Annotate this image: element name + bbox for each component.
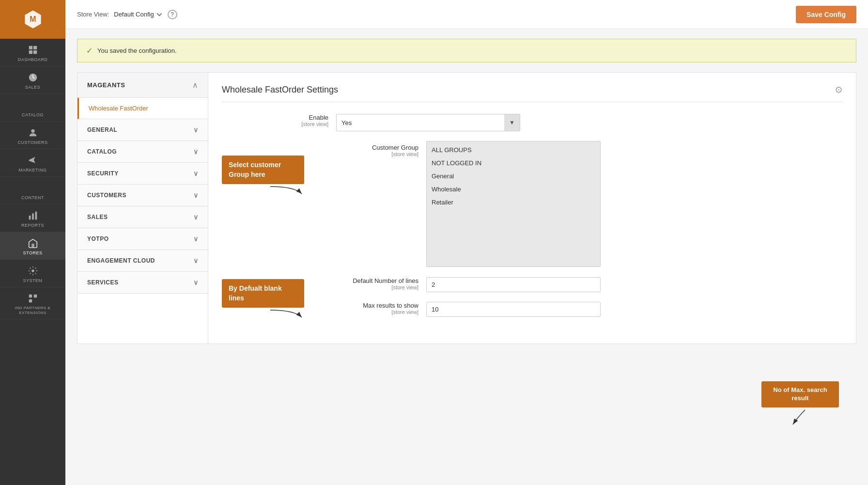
chevron-down-icon-3: ∨	[193, 170, 199, 177]
svg-point-13	[31, 269, 34, 272]
accordion-customers-header[interactable]: CUSTOMERS ∨	[78, 185, 208, 206]
help-icon[interactable]: ?	[168, 10, 177, 19]
accordion-security-label: SECURITY	[87, 170, 119, 177]
svg-rect-10	[32, 213, 34, 219]
accordion-security-header[interactable]: SECURITY ∨	[78, 163, 208, 184]
store-view-selector[interactable]: Default Config	[114, 11, 162, 18]
topbar: Store View: Default Config ? Save Config	[65, 0, 868, 29]
max-results-label-main: Max results to show	[312, 302, 418, 309]
accordion-sales-header[interactable]: SALES ∨	[78, 206, 208, 228]
success-message: ✓ You saved the configuration.	[77, 39, 856, 63]
default-lines-row: Default Number of lines [store view]	[312, 277, 842, 292]
sidebar-item-extensions-label: IND PARTNERS & EXTENSIONS	[0, 306, 65, 315]
svg-rect-11	[35, 212, 37, 220]
svg-point-7	[31, 129, 34, 133]
svg-rect-15	[33, 295, 36, 297]
content-area: ✓ You saved the configuration. MAGEANTS …	[65, 29, 868, 485]
sidebar-item-customers[interactable]: CUSTOMERS	[0, 122, 65, 149]
option-all-groups[interactable]: ALL GROUPS	[427, 143, 600, 156]
chevron-down-icon-6: ∨	[193, 235, 199, 243]
panel-active-item[interactable]: Wholesale FastOrder	[78, 98, 208, 119]
sidebar-item-stores[interactable]: STORES	[0, 232, 65, 260]
success-icon: ✓	[86, 46, 93, 55]
accordion-catalog: CATALOG ∨	[78, 141, 208, 163]
default-lines-input[interactable]	[426, 277, 601, 292]
accordion-yotpo-header[interactable]: YOTPO ∨	[78, 228, 208, 250]
sidebar-item-dashboard-label: DASHBOARD	[18, 57, 48, 62]
customer-group-label-sub: [store view]	[312, 151, 418, 157]
accordion-services-header[interactable]: SERVICES ∨	[78, 272, 208, 293]
max-results-label: Max results to show [store view]	[312, 302, 418, 315]
enable-label: Enable [store view]	[222, 114, 328, 127]
sidebar-item-sales-label: SALES	[25, 85, 41, 90]
option-retailer[interactable]: Retailer	[427, 196, 600, 209]
enable-select[interactable]: Yes No	[337, 116, 504, 130]
settings-panel: MAGEANTS ∧ Wholesale FastOrder GENERAL ∨…	[77, 72, 856, 344]
accordion-sales: SALES ∨	[78, 206, 208, 228]
sidebar-item-content-label: CONTENT	[21, 195, 44, 200]
accordion-services: SERVICES ∨	[78, 272, 208, 294]
sidebar-item-extensions[interactable]: IND PARTNERS & EXTENSIONS	[0, 287, 65, 319]
store-view-value: Default Config	[114, 11, 154, 18]
max-results-control	[426, 302, 610, 317]
sidebar-item-system[interactable]: SYSTEM	[0, 260, 65, 287]
accordion-engagement-cloud-header[interactable]: ENGAGEMENT CLOUD ∨	[78, 250, 208, 271]
panel-sidebar-header: MAGEANTS ∧	[78, 73, 208, 98]
callout-blank-lines: By Defualt blank lines	[222, 279, 304, 308]
chevron-down-icon-5: ∨	[193, 213, 199, 221]
accordion-services-label: SERVICES	[87, 279, 118, 286]
sidebar-item-catalog[interactable]: CATALOG	[0, 94, 65, 122]
save-config-button[interactable]: Save Config	[796, 6, 856, 23]
sidebar-item-reports-label: REPORTS	[21, 223, 44, 228]
sidebar-item-reports[interactable]: REPORTS	[0, 204, 65, 232]
sidebar-item-stores-label: STORES	[23, 250, 43, 255]
main-content: Store View: Default Config ? Save Config…	[65, 0, 868, 485]
chevron-down-icon-2: ∨	[193, 148, 199, 156]
svg-rect-16	[29, 299, 31, 302]
callout-arrow-svg	[265, 184, 304, 199]
accordion-yotpo: YOTPO ∨	[78, 228, 208, 250]
success-text: You saved the configuration.	[97, 47, 177, 54]
customer-group-control: ALL GROUPS NOT LOGGED IN General Wholesa…	[426, 141, 610, 267]
enable-control: Yes No ▼	[336, 114, 520, 131]
chevron-down-icon-7: ∨	[193, 257, 199, 265]
default-lines-label: Default Number of lines [store view]	[312, 277, 418, 290]
svg-rect-3	[29, 50, 32, 54]
option-wholesale[interactable]: Wholesale	[427, 183, 600, 196]
max-results-label-sub: [store view]	[312, 309, 418, 315]
customer-group-label: Customer Group [store view]	[312, 141, 418, 157]
default-lines-form-group: Default Number of lines [store view]	[312, 277, 842, 317]
panel-sidebar-toggle-icon[interactable]: ∧	[192, 80, 198, 90]
default-lines-label-main: Default Number of lines	[312, 277, 418, 284]
accordion-engagement-cloud: ENGAGEMENT CLOUD ∨	[78, 250, 208, 272]
accordion-general-header[interactable]: GENERAL ∨	[78, 119, 208, 141]
sidebar-item-marketing[interactable]: MARKETING	[0, 149, 65, 177]
sidebar-item-customers-label: CUSTOMERS	[18, 140, 48, 145]
sidebar-item-content[interactable]: CONTENT	[0, 177, 65, 204]
svg-rect-2	[33, 46, 36, 49]
sidebar-item-sales[interactable]: SALES	[0, 66, 65, 94]
sidebar-item-catalog-label: CATALOG	[22, 112, 44, 117]
svg-rect-14	[29, 295, 31, 297]
svg-rect-8	[29, 184, 37, 192]
max-results-input[interactable]	[426, 302, 601, 317]
svg-rect-6	[28, 102, 37, 109]
panel-main-header: Wholesale FastOrder Settings ⊙	[222, 84, 842, 102]
accordion-catalog-header[interactable]: CATALOG ∨	[78, 141, 208, 162]
callout-select-customer-group: Select customer Group here	[222, 156, 304, 184]
callout-arrow-max-svg	[788, 407, 812, 427]
customer-group-label-main: Customer Group	[312, 144, 418, 151]
sidebar-logo: M	[0, 0, 65, 39]
enable-select-wrapper: Yes No ▼	[336, 114, 520, 131]
accordion-customers: CUSTOMERS ∨	[78, 185, 208, 206]
sidebar-item-dashboard[interactable]: DASHBOARD	[0, 39, 65, 66]
customer-group-multiselect[interactable]: ALL GROUPS NOT LOGGED IN General Wholesa…	[426, 141, 601, 267]
enable-label-sub: [store view]	[222, 121, 328, 127]
chevron-down-icon-8: ∨	[193, 279, 199, 286]
accordion-engagement-cloud-label: ENGAGEMENT CLOUD	[87, 257, 155, 264]
option-not-logged-in[interactable]: NOT LOGGED IN	[427, 156, 600, 170]
collapse-button[interactable]: ⊙	[835, 84, 842, 95]
accordion-security: SECURITY ∨	[78, 163, 208, 185]
customer-group-section: Select customer Group here	[222, 141, 842, 267]
option-general[interactable]: General	[427, 170, 600, 183]
